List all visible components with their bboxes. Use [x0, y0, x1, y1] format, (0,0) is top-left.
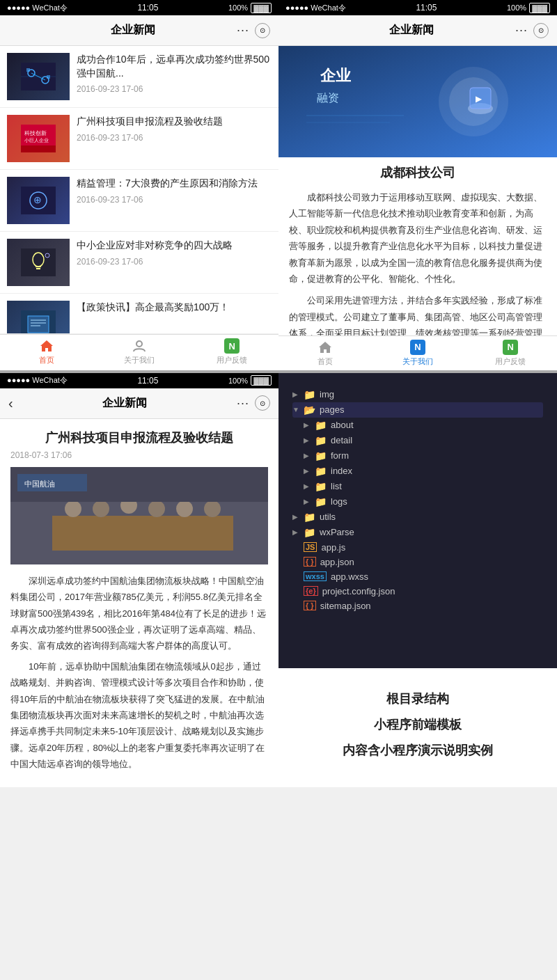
news-date-3: 2016-09-23 17-06	[77, 195, 272, 205]
time-p1: 11:05	[137, 3, 158, 13]
tab-feedback-p2[interactable]: N 用户反馈	[464, 336, 557, 370]
status-bar-p3: ●●●●● WeChat令 11:05 100% ▓▓▓	[0, 373, 278, 388]
filename-sitemapjson: sitemap.json	[320, 601, 371, 611]
policy-img	[21, 310, 56, 334]
news-item-4[interactable]: 中小企业应对非对称竞争的四大战略 2016-09-23 17-06	[0, 232, 278, 294]
arrow-sitemapjson: ▶	[292, 602, 302, 610]
more-icon-p1[interactable]: ···	[237, 23, 249, 38]
record-icon-p3[interactable]: ⊙	[255, 395, 270, 411]
tree-folder-logs[interactable]: ▶ 📁 logs	[292, 494, 543, 509]
folder-icon-list: 📁	[315, 481, 327, 492]
tree-folder-pages[interactable]: ▼ 📂 pages	[292, 402, 543, 418]
folder-name-wxparse: wxParse	[320, 527, 354, 537]
nav-title-p1: 企业新闻	[29, 23, 237, 38]
news-thumb-1	[7, 53, 70, 100]
news-date-4: 2016-09-23 17-06	[77, 257, 272, 267]
more-icon-p3[interactable]: ···	[237, 396, 249, 411]
status-bar-p1: ●●●●● WeChat令 11:05 100% ▓▓▓	[0, 0, 278, 15]
nav-title-p3: 企业新闻	[13, 396, 237, 411]
detail-content: 广州科技项目申报流程及验收结题 2018-07-3 17:06	[0, 419, 278, 787]
svg-marker-24	[40, 340, 53, 351]
status-bar-p2: ●●●●● WeChat令 11:05 100% ▓▓▓	[278, 0, 557, 15]
tree-folder-about[interactable]: ▶ 📁 about	[292, 418, 543, 433]
folder-icon-detail: 📁	[315, 435, 327, 446]
strategy-img: ⊕	[21, 187, 56, 214]
news-item-3[interactable]: ⊕ 精益管理：7大浪费的产生原因和消除方法 2016-09-23 17-06	[0, 170, 278, 232]
tree-file-appjson[interactable]: ▶ { } app.json	[292, 555, 543, 569]
news-date-2: 2016-09-23 17-06	[77, 133, 272, 143]
nav-icons-p3: ··· ⊙	[237, 395, 270, 411]
n-icon-p2: N	[503, 340, 518, 355]
folder-name-form: form	[331, 450, 349, 461]
folder-icon-wxparse: 📁	[304, 527, 315, 538]
tree-folder-index[interactable]: ▶ 📁 index	[292, 464, 543, 479]
footer-line-2: 小程序前端模板	[292, 715, 543, 735]
folder-icon-index: 📁	[315, 466, 327, 477]
folder-icon-pages: 📂	[304, 404, 315, 416]
arrow-detail: ▶	[304, 436, 313, 444]
arrow-about: ▶	[304, 421, 313, 429]
footer-text-panel: 根目录结构 小程序前端模板 内容含小程序演示说明实例	[278, 668, 557, 787]
n-icon-about-p2: N	[410, 340, 425, 355]
news-title-5: 【政策快讯】高企最高奖励100万！	[77, 301, 272, 315]
back-button-p3[interactable]: ‹	[8, 395, 13, 411]
tree-file-appwxss[interactable]: ▶ wxss app.wxss	[292, 569, 543, 584]
json-icon-sitemapjson: { }	[304, 601, 316, 610]
filename-appjson: app.json	[320, 557, 354, 567]
n-icon-p1: N	[224, 338, 240, 354]
folder-name-img: img	[320, 389, 334, 400]
svg-text:▶: ▶	[476, 94, 483, 104]
tab-home-p2[interactable]: 首页	[278, 336, 371, 370]
record-icon-p2[interactable]: ⊙	[533, 23, 549, 38]
tree-file-appjs[interactable]: ▶ JS app.js	[292, 540, 543, 555]
news-item-5[interactable]: 【政策快讯】高企最高奖励100万！	[0, 294, 278, 334]
svg-rect-5	[47, 75, 50, 79]
arrow-utils: ▶	[292, 513, 302, 521]
tree-folder-detail[interactable]: ▶ 📁 detail	[292, 433, 543, 448]
news-item-1[interactable]: 成功合作10年后，远卓再次成功签约世界500强中国航... 2016-09-23…	[0, 46, 278, 108]
arrow-pages: ▼	[292, 406, 302, 413]
config-icon-projectconfig: {e}	[304, 586, 318, 596]
tab-home-label-p1: 首页	[39, 355, 54, 365]
tree-folder-list[interactable]: ▶ 📁 list	[292, 479, 543, 494]
svg-rect-38	[52, 516, 233, 551]
battery-p1: 100% ▓▓▓	[228, 3, 272, 13]
news-title-4: 中小企业应对非对称竞争的四大战略	[77, 239, 272, 253]
arrow-appjson: ▶	[292, 558, 302, 566]
folder-name-utils: utils	[320, 512, 336, 522]
tree-folder-img[interactable]: ▶ 📁 img	[292, 387, 543, 402]
news-item-2[interactable]: 科技创新 小巨人企业 广州科技项目申报流程及验收结题 2016-09-23 17…	[0, 108, 278, 170]
wxss-icon-appwxss: wxss	[304, 571, 327, 581]
article-image: 中国航油	[10, 467, 268, 564]
folder-icon-img: 📁	[304, 389, 315, 400]
detail-title: 广州科技项目申报流程及验收结题	[10, 429, 268, 446]
record-icon-p1[interactable]: ⊙	[255, 23, 270, 38]
svg-text:⊕: ⊕	[33, 194, 42, 205]
svg-rect-10	[21, 145, 56, 152]
svg-point-39	[65, 500, 81, 517]
filename-appwxss: app.wxss	[331, 571, 368, 582]
nav-bar-p3: ‹ 企业新闻 ··· ⊙	[0, 388, 278, 419]
carrier-p1: ●●●●● WeChat令	[7, 3, 68, 13]
tree-folder-form[interactable]: ▶ 📁 form	[292, 448, 543, 464]
news-content-1: 成功合作10年后，远卓再次成功签约世界500强中国航... 2016-09-23…	[77, 53, 272, 94]
more-icon-p2[interactable]: ···	[515, 23, 528, 38]
tree-file-projectconfig[interactable]: ▶ {e} project.config.json	[292, 584, 543, 599]
json-icon-appjson: { }	[304, 557, 316, 567]
tab-feedback-p1[interactable]: N 用户反馈	[186, 335, 278, 369]
tree-folder-wxparse[interactable]: ▶ 📁 wxParse	[292, 525, 543, 540]
folder-name-pages: pages	[320, 404, 344, 415]
tab-bar-p1: 首页 关于我们 N 用户反馈	[0, 334, 278, 369]
svg-text:小巨人企业: 小巨人企业	[24, 138, 49, 143]
tab-home-p1[interactable]: 首页	[0, 335, 93, 369]
tab-about-p1[interactable]: 关于我们	[93, 335, 185, 369]
folder-icon-utils: 📁	[304, 512, 315, 523]
tree-folder-utils[interactable]: ▶ 📁 utils	[292, 509, 543, 525]
svg-text:企业: 企业	[320, 67, 352, 84]
tree-file-sitemapjson[interactable]: ▶ { } sitemap.json	[292, 599, 543, 613]
news-thumb-5	[7, 301, 70, 334]
home-icon-p1	[39, 338, 54, 354]
news-thumb-2: 科技创新 小巨人企业	[7, 115, 70, 162]
tab-about-p2[interactable]: N 关于我们	[371, 336, 464, 370]
user-icon-p1	[132, 338, 147, 354]
